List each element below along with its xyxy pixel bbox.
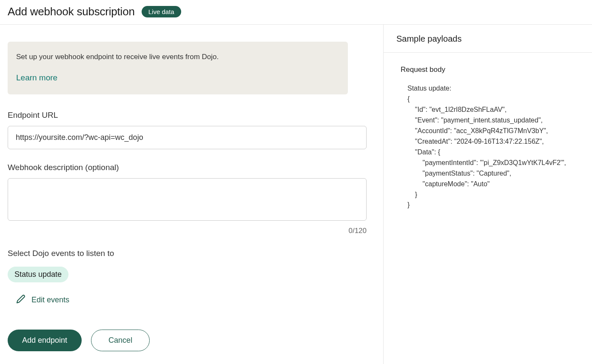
events-label: Select Dojo events to listen to bbox=[8, 249, 376, 258]
info-text: Set up your webhook endpoint to receive … bbox=[16, 53, 339, 61]
event-pill-status-update: Status update bbox=[8, 267, 68, 282]
sample-header: Sample payloads bbox=[384, 25, 592, 53]
description-group: Webhook description (optional) 0/120 bbox=[8, 163, 376, 235]
request-body-label: Request body bbox=[401, 65, 575, 74]
edit-events-link[interactable]: Edit events bbox=[16, 294, 376, 306]
sample-heading: Sample payloads bbox=[396, 34, 579, 44]
form-panel: Set up your webhook endpoint to receive … bbox=[0, 25, 384, 364]
live-data-badge: Live data bbox=[142, 6, 181, 17]
description-input[interactable] bbox=[8, 178, 367, 221]
description-label: Webhook description (optional) bbox=[8, 163, 376, 172]
pencil-icon bbox=[16, 294, 26, 306]
main-content: Set up your webhook endpoint to receive … bbox=[0, 25, 592, 364]
edit-events-label: Edit events bbox=[31, 296, 69, 304]
info-box: Set up your webhook endpoint to receive … bbox=[8, 42, 348, 94]
add-endpoint-button[interactable]: Add endpoint bbox=[8, 330, 82, 351]
endpoint-url-group: Endpoint URL bbox=[8, 111, 376, 149]
page-title: Add webhook subscription bbox=[8, 5, 135, 18]
learn-more-link[interactable]: Learn more bbox=[16, 73, 339, 82]
cancel-button[interactable]: Cancel bbox=[91, 330, 150, 351]
endpoint-url-input[interactable] bbox=[8, 126, 367, 149]
sample-panel: Sample payloads Request body Status upda… bbox=[384, 25, 592, 364]
events-group: Select Dojo events to listen to Status u… bbox=[8, 249, 376, 306]
action-buttons: Add endpoint Cancel bbox=[8, 330, 376, 351]
sample-body: Request body Status update: { "Id": "evt… bbox=[384, 53, 592, 223]
page-header: Add webhook subscription Live data bbox=[0, 0, 592, 25]
char-count: 0/120 bbox=[8, 227, 367, 235]
endpoint-url-label: Endpoint URL bbox=[8, 111, 376, 120]
payload-sample: Status update: { "Id": "evt_1l2rI8DzeShF… bbox=[401, 83, 575, 210]
